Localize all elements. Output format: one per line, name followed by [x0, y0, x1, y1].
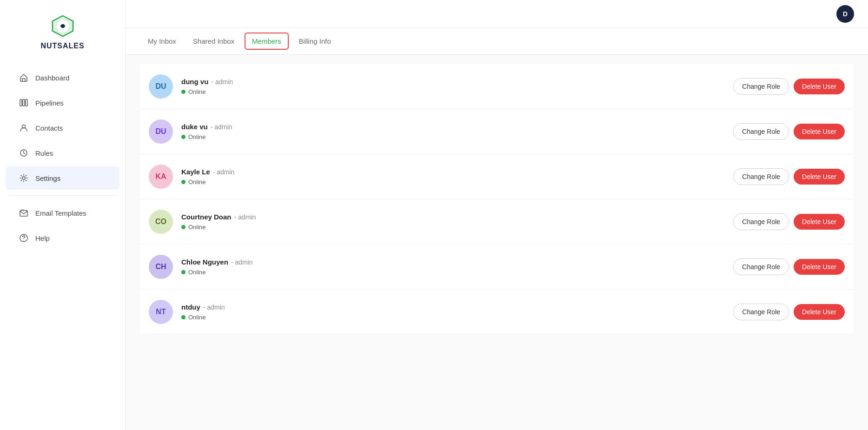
- sidebar-nav: Dashboard Pipelines Contacts: [0, 61, 125, 430]
- status-dot: [181, 90, 186, 94]
- member-info: duke vu - admin Online: [181, 123, 725, 140]
- member-info: Kayle Le - admin Online: [181, 168, 725, 185]
- member-role: - admin: [211, 123, 232, 131]
- tab-members[interactable]: Members: [245, 33, 288, 49]
- sidebar-item-help[interactable]: Help: [6, 226, 119, 250]
- sidebar-item-pipelines-label: Pipelines: [35, 99, 64, 107]
- pipelines-icon: [19, 98, 29, 108]
- member-role: - admin: [231, 258, 253, 266]
- members-list: DU dung vu - admin Online Change Role De…: [126, 55, 868, 430]
- status-dot: [181, 270, 186, 274]
- nutsales-logo-icon: [50, 13, 76, 39]
- logo-area: NUTSALES: [0, 0, 125, 61]
- table-row: CH Chloe Nguyen - admin Online Change Ro…: [139, 245, 854, 290]
- member-status: Online: [181, 88, 725, 95]
- table-row: DU dung vu - admin Online Change Role De…: [139, 64, 854, 109]
- delete-user-button[interactable]: Delete User: [794, 259, 845, 275]
- table-row: KA Kayle Le - admin Online Change Role D…: [139, 154, 854, 199]
- member-actions: Change Role Delete User: [733, 304, 845, 320]
- sidebar-divider: [9, 195, 116, 196]
- svg-rect-11: [21, 209, 24, 210]
- member-name: ntduy: [181, 303, 200, 311]
- avatar: D: [836, 5, 854, 23]
- svg-point-9: [22, 177, 25, 179]
- svg-rect-10: [20, 211, 27, 216]
- sidebar-item-pipelines[interactable]: Pipelines: [6, 91, 119, 114]
- help-icon: [19, 233, 29, 243]
- logo-text: NUTSALES: [40, 42, 84, 50]
- sidebar-item-rules[interactable]: Rules: [6, 141, 119, 165]
- delete-user-button[interactable]: Delete User: [794, 214, 845, 230]
- member-role: - admin: [234, 213, 256, 221]
- member-status: Online: [181, 269, 725, 276]
- sidebar-item-rules-label: Rules: [35, 149, 53, 157]
- member-status: Online: [181, 133, 725, 140]
- svg-point-3: [61, 24, 65, 28]
- member-status: Online: [181, 224, 725, 231]
- member-status: Online: [181, 314, 725, 321]
- member-info: dung vu - admin Online: [181, 78, 725, 95]
- member-name: Courtney Doan: [181, 213, 232, 221]
- member-actions: Change Role Delete User: [733, 123, 845, 140]
- status-dot: [181, 135, 186, 139]
- sidebar-item-contacts[interactable]: Contacts: [6, 116, 119, 139]
- member-avatar: DU: [149, 119, 173, 144]
- sidebar-item-dashboard-label: Dashboard: [35, 74, 69, 82]
- svg-rect-6: [26, 99, 27, 106]
- member-avatar: KA: [149, 165, 173, 189]
- change-role-button[interactable]: Change Role: [733, 168, 789, 185]
- sidebar-item-settings[interactable]: Settings: [6, 166, 119, 190]
- rules-icon: [19, 148, 29, 158]
- tab-billing-info[interactable]: Billing Info: [291, 28, 339, 54]
- svg-point-13: [23, 240, 24, 241]
- delete-user-button[interactable]: Delete User: [794, 169, 845, 185]
- change-role-button[interactable]: Change Role: [733, 78, 789, 95]
- member-status: Online: [181, 179, 725, 185]
- member-name: Chloe Nguyen: [181, 258, 228, 266]
- member-actions: Change Role Delete User: [733, 78, 845, 95]
- tab-shared-inbox[interactable]: Shared Inbox: [185, 28, 243, 54]
- member-actions: Change Role Delete User: [733, 258, 845, 275]
- member-info: ntduy - admin Online: [181, 303, 725, 321]
- tab-my-inbox[interactable]: My Inbox: [139, 28, 185, 54]
- table-row: DU duke vu - admin Online Change Role De…: [139, 109, 854, 154]
- change-role-button[interactable]: Change Role: [733, 304, 789, 320]
- tab-members-wrapper: Members: [245, 33, 289, 50]
- member-name: duke vu: [181, 123, 208, 131]
- status-dot: [181, 180, 186, 184]
- delete-user-button[interactable]: Delete User: [794, 79, 845, 94]
- status-dot: [181, 225, 186, 229]
- delete-user-button[interactable]: Delete User: [794, 304, 845, 320]
- member-avatar: CH: [149, 255, 173, 279]
- delete-user-button[interactable]: Delete User: [794, 124, 845, 139]
- settings-icon: [19, 173, 29, 183]
- member-avatar: NT: [149, 300, 173, 324]
- contacts-icon: [19, 123, 29, 133]
- sidebar-item-email-templates-label: Email Templates: [35, 209, 86, 217]
- table-row: CO Courtney Doan - admin Online Change R…: [139, 199, 854, 245]
- member-role: - admin: [211, 78, 233, 86]
- sidebar: NUTSALES Dashboard Pipelines: [0, 0, 126, 430]
- email-templates-icon: [19, 208, 29, 218]
- sidebar-item-help-label: Help: [35, 234, 50, 242]
- member-avatar: CO: [149, 210, 173, 234]
- sidebar-item-settings-label: Settings: [35, 174, 60, 182]
- change-role-button[interactable]: Change Role: [733, 258, 789, 275]
- change-role-button[interactable]: Change Role: [733, 123, 789, 140]
- svg-rect-5: [23, 99, 25, 106]
- tabs-bar: My Inbox Shared Inbox Members Billing In…: [126, 28, 868, 55]
- table-row: NT ntduy - admin Online Change Role Dele…: [139, 290, 854, 334]
- sidebar-item-dashboard[interactable]: Dashboard: [6, 66, 119, 89]
- member-actions: Change Role Delete User: [733, 213, 845, 230]
- member-actions: Change Role Delete User: [733, 168, 845, 185]
- status-dot: [181, 315, 186, 319]
- svg-rect-4: [20, 99, 22, 106]
- header: D: [126, 0, 868, 28]
- member-avatar: DU: [149, 74, 173, 99]
- member-info: Chloe Nguyen - admin Online: [181, 258, 725, 276]
- member-info: Courtney Doan - admin Online: [181, 213, 725, 231]
- home-icon: [19, 73, 29, 83]
- change-role-button[interactable]: Change Role: [733, 213, 789, 230]
- member-role: - admin: [203, 304, 225, 311]
- sidebar-item-email-templates[interactable]: Email Templates: [6, 201, 119, 225]
